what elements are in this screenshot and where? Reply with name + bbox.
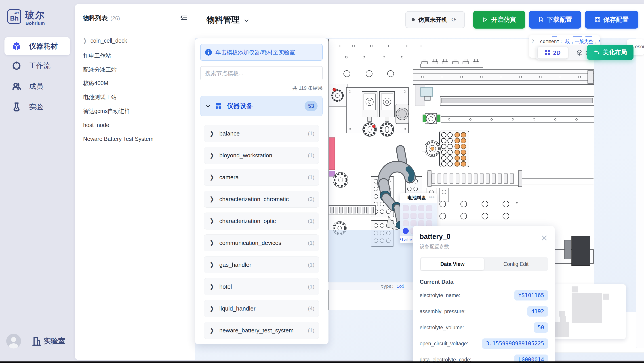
view-2d-button[interactable]: 2D <box>538 47 568 58</box>
canvas-header: 物料管理 仿真未开机 ⟳ 开启仿真 下载配置 保存配置 <box>195 4 644 38</box>
materials-list-panel: 物料列表 (26) ❯ coin_cell_deck 扣电工作站 配液分液工站 … <box>75 4 195 360</box>
sidebar-item-label: 成员 <box>29 81 43 91</box>
material-item[interactable]: host_node <box>83 121 188 129</box>
template-item-balance[interactable]: ❯balance(1) <box>204 125 319 142</box>
tray-card-menu-icon[interactable]: ••• <box>429 194 435 200</box>
tray-slot[interactable] <box>426 205 432 211</box>
category-count-badge: 53 <box>304 101 318 111</box>
template-item-liquid-handler[interactable]: ❯liquid_handler(4) <box>204 300 319 317</box>
info-icon: i <box>205 49 212 56</box>
material-item-label: 智达gcms自动进样 <box>83 107 130 115</box>
result-count: 共 119 条结果 <box>195 85 323 91</box>
download-config-label: 下载配置 <box>547 15 572 24</box>
sidebar-item-workflow[interactable]: 工作流 <box>4 57 70 75</box>
value-pill: 4192 <box>527 306 548 317</box>
tray-slot[interactable] <box>418 220 424 226</box>
material-item[interactable]: Neware Battery Test System <box>83 134 188 143</box>
collapse-panel-icon[interactable] <box>180 13 188 21</box>
download-config-button[interactable]: 下载配置 <box>529 11 581 28</box>
material-item-label: 扣电工作站 <box>83 52 111 59</box>
logo-number: 107 <box>14 11 19 14</box>
comment-value: 段，一般为空，stat <box>565 39 600 44</box>
cube-3d-icon <box>576 49 583 56</box>
tray-slot[interactable] <box>403 213 409 219</box>
popup-title: battery_0 <box>420 233 450 241</box>
material-item-coin-cell-deck[interactable]: ❯ coin_cell_deck <box>83 36 188 45</box>
template-item-characterization-chromatic[interactable]: ❯characterization_chromatic(2) <box>204 191 319 208</box>
tray-slot[interactable] <box>418 213 424 219</box>
clipped-text-line <box>573 36 582 37</box>
simulation-status-badge: 仿真未开机 ⟳ <box>405 11 465 28</box>
tab-config-edit[interactable]: Config Edit <box>484 257 548 271</box>
materials-count: (26) <box>110 15 120 21</box>
file-download-icon <box>538 17 544 22</box>
avatar[interactable] <box>6 334 21 349</box>
data-row-assembly-pressure: assembly_pressure: 4192 <box>420 306 548 317</box>
material-item-label: 电池测试工站 <box>83 93 117 101</box>
material-item[interactable]: 核磁400M <box>83 79 188 87</box>
collapsed-right-panel[interactable] <box>636 35 644 348</box>
material-item-label: Neware Battery Test System <box>83 136 154 142</box>
category-instruments[interactable]: 仪器设备 53 <box>200 96 323 116</box>
material-item-label: 配液分液工站 <box>83 66 117 73</box>
value-pill: YS101165 <box>514 290 548 301</box>
screen-bottom-bar <box>0 362 644 363</box>
sidebar-item-label: 工作流 <box>29 61 50 71</box>
template-item-characterization-optic[interactable]: ❯characterization_optic(1) <box>204 213 319 230</box>
data-row-electrolyte-name: electrolyte_name: YS101165 <box>420 290 548 301</box>
save-config-button[interactable]: 保存配置 <box>585 11 638 28</box>
start-simulation-button[interactable]: 开启仿真 <box>473 11 525 28</box>
tray-slot[interactable] <box>426 213 432 219</box>
chevron-right-icon: ❯ <box>210 327 214 334</box>
brand-name-en: Bohrium <box>26 20 45 26</box>
material-item[interactable]: 智达gcms自动进样 <box>83 106 188 115</box>
template-item-bioyond-workstation[interactable]: ❯bioyond_workstation(1) <box>204 147 319 164</box>
template-item-hotel[interactable]: ❯hotel(1) <box>204 278 319 295</box>
value-pill: 50 <box>534 322 548 333</box>
tray-slot[interactable] <box>410 205 416 211</box>
chevron-down-icon[interactable] <box>243 17 250 24</box>
lab-switcher[interactable]: 实验室 <box>32 336 65 346</box>
tray-slot-selected[interactable] <box>403 228 409 234</box>
minimap[interactable] <box>553 284 626 339</box>
tray-slot[interactable] <box>410 220 416 226</box>
close-icon[interactable] <box>541 234 548 242</box>
template-item-camera[interactable]: ❯camera(1) <box>204 169 319 186</box>
tray-slot[interactable] <box>426 220 432 226</box>
template-item-neware-battery-test-system[interactable]: ❯neware_battery_test_system(1) <box>204 322 319 339</box>
material-item[interactable]: 扣电工作站 <box>83 51 188 60</box>
layout-grid-icon <box>215 102 222 110</box>
cube-icon <box>12 41 22 51</box>
current-data-heading: Current Data <box>420 279 454 285</box>
sidebar-item-instruments[interactable]: 仪器耗材 <box>4 37 70 55</box>
refresh-icon[interactable]: ⟳ <box>452 16 456 23</box>
chevron-right-icon[interactable]: ❯ <box>83 37 87 44</box>
template-item-gas-handler[interactable]: ❯gas_handler(1) <box>204 256 319 273</box>
template-search-input[interactable] <box>200 66 323 80</box>
tab-data-view[interactable]: Data View <box>421 258 484 270</box>
clipped-text-line <box>586 36 592 37</box>
page-title: 物料管理 <box>206 14 240 25</box>
tray-slot[interactable] <box>418 205 424 211</box>
tray-slot[interactable] <box>410 213 416 219</box>
material-item[interactable]: 配液分液工站 <box>83 65 188 74</box>
material-item[interactable]: 电池测试工站 <box>83 93 188 102</box>
node-type-value: Coi <box>396 284 404 289</box>
beautify-layout-button[interactable]: 美化布局 <box>587 45 634 60</box>
chevron-right-icon: ❯ <box>210 218 214 224</box>
template-item-communication-devices[interactable]: ❯communication_devices(1) <box>204 234 319 251</box>
view-2d-label: 2D <box>553 49 560 56</box>
chevron-right-icon: ❯ <box>210 240 214 246</box>
node-type-footer: type: Coi <box>328 282 413 290</box>
tray-slot[interactable] <box>403 220 409 226</box>
workflow-icon <box>12 61 22 71</box>
sidebar-item-members[interactable]: 成员 <box>4 77 70 95</box>
sidebar-item-experiments[interactable]: 实验 <box>4 98 70 116</box>
value-pill: 3.1559998989105225 <box>482 339 548 349</box>
tray-slot[interactable] <box>403 205 409 211</box>
comment-line: 2 _comment: 段，一般为空，stat <box>532 38 600 45</box>
hint-banner-text: 单击模板添加仪器/耗材至实验室 <box>216 49 295 56</box>
hint-banner: i 单击模板添加仪器/耗材至实验室 <box>200 44 323 61</box>
start-simulation-label: 开启仿真 <box>491 15 516 24</box>
chevron-right-icon: ❯ <box>210 196 214 202</box>
